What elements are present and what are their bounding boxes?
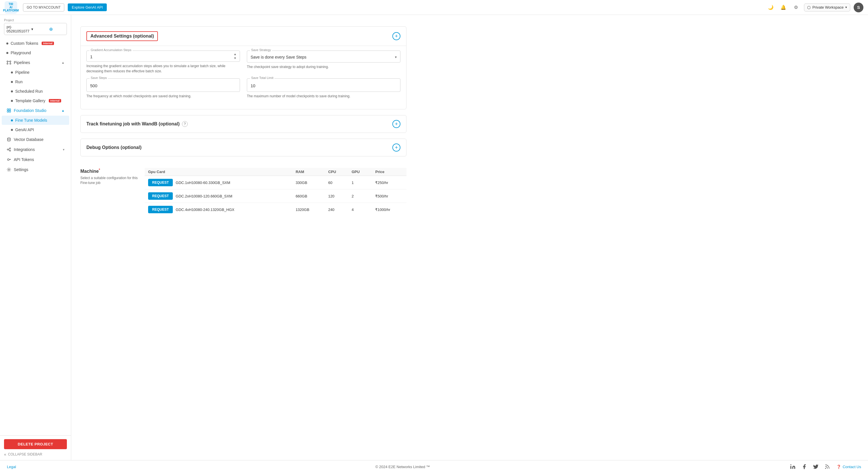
save-total-limit-description: The maximum number of model checkpoints … xyxy=(247,94,400,99)
gpu-cell: 2 xyxy=(348,189,372,203)
debug-options-expand-icon[interactable]: + xyxy=(392,144,400,152)
sidebar-item-playground[interactable]: Playground xyxy=(2,48,69,57)
main-content: Advanced Settings (optional) + Gradient … xyxy=(71,15,868,460)
price-cell: ₹1000/hr xyxy=(372,203,406,216)
footer-social-icons xyxy=(789,463,831,470)
wandb-expand-icon[interactable]: + xyxy=(392,120,400,128)
delete-project-button[interactable]: DELETE PROJECT xyxy=(4,439,67,449)
sidebar-item-label: Integrations xyxy=(14,147,61,152)
stepper-down-button[interactable]: ▼ xyxy=(233,57,237,60)
machine-title: Machine* xyxy=(81,168,138,174)
sidebar-item-settings[interactable]: Settings xyxy=(2,165,69,175)
project-select[interactable]: prj-05281051077 ▾ ⊕ xyxy=(4,23,67,35)
advanced-settings-body: Gradient Accumulation Steps 1 ▲ ▼ Increa… xyxy=(81,45,406,109)
sidebar-item-integrations[interactable]: Integrations ▾ xyxy=(2,145,69,154)
debug-options-header[interactable]: Debug Options (optional) + xyxy=(81,139,406,156)
sidebar-item-label: Playground xyxy=(11,51,31,55)
chevron-up-icon: ▲ xyxy=(61,109,65,112)
sidebar-item-run[interactable]: Run xyxy=(2,77,69,86)
save-strategy-label: Save Strategy xyxy=(250,48,272,52)
sidebar-item-custom-tokens[interactable]: Custom Tokens Internal xyxy=(2,39,69,48)
svg-point-12 xyxy=(7,149,8,150)
nav-dot-icon xyxy=(11,90,13,92)
form-row-2: Save Steps 500 The frequency at which mo… xyxy=(86,78,400,99)
svg-point-14 xyxy=(9,150,11,151)
help-circle-icon: ❓ xyxy=(836,465,841,469)
form-row-1: Gradient Accumulation Steps 1 ▲ ▼ Increa… xyxy=(86,51,400,74)
table-row: REQUEST GDC.2xH10080-120.660GB_SXM 660GB… xyxy=(145,189,406,203)
pipelines-icon xyxy=(6,60,11,65)
workspace-selector[interactable]: ⬡ Private Workspace ▾ xyxy=(804,3,850,11)
sidebar-item-label: Custom Tokens xyxy=(11,41,38,45)
nav-dot-icon xyxy=(11,119,13,121)
sidebar-item-genai-api[interactable]: GenAI API xyxy=(2,125,69,134)
gpu-cell: 1 xyxy=(348,176,372,189)
contact-us-link[interactable]: ❓ Contact Us xyxy=(836,465,861,469)
request-button-2[interactable]: REQUEST xyxy=(148,192,173,200)
gpu-card-wrapper: REQUEST GDC.2xH10080-120.660GB_SXM xyxy=(148,192,289,200)
dark-mode-icon[interactable]: 🌙 xyxy=(766,3,775,12)
request-button-3[interactable]: REQUEST xyxy=(148,206,173,213)
save-strategy-value: Save is done every Save Steps xyxy=(251,55,307,59)
gradient-steps-input[interactable]: 1 xyxy=(89,52,233,60)
api-tokens-icon xyxy=(6,157,11,162)
stepper-up-button[interactable]: ▲ xyxy=(233,53,237,56)
twitter-icon[interactable] xyxy=(812,463,819,470)
logo-box: TIRAI PLATFORM xyxy=(5,1,17,14)
project-add-icon[interactable]: ⊕ xyxy=(49,26,64,32)
machine-subtitle: Select a suitable configuration for this… xyxy=(81,176,138,185)
sidebar-item-template-gallery[interactable]: Template Gallery Internal xyxy=(2,96,69,105)
wandb-header[interactable]: Track finetuning job with WandB (optiona… xyxy=(81,115,406,133)
machine-section: Machine* Select a suitable configuration… xyxy=(81,162,406,219)
facebook-icon[interactable] xyxy=(801,463,808,470)
wandb-help-icon[interactable]: ? xyxy=(182,121,188,127)
gradient-steps-field: Gradient Accumulation Steps 1 ▲ ▼ xyxy=(86,51,240,62)
sidebar-item-pipelines[interactable]: Pipelines ▲ xyxy=(2,58,69,67)
save-steps-input[interactable]: 500 xyxy=(89,80,237,90)
avatar[interactable]: S xyxy=(854,3,863,12)
svg-point-1 xyxy=(10,61,11,62)
gradient-stepper-wrapper: 1 ▲ ▼ xyxy=(89,52,237,60)
logo: TIRAI PLATFORM xyxy=(5,1,17,14)
svg-point-22 xyxy=(790,464,791,465)
sidebar-item-fine-tune-models[interactable]: Fine Tune Models xyxy=(2,116,69,125)
debug-options-card: Debug Options (optional) + xyxy=(81,138,406,156)
chevron-up-icon: ▲ xyxy=(61,61,65,64)
sidebar-item-pipeline[interactable]: Pipeline xyxy=(2,68,69,77)
save-total-limit-input[interactable]: 10 xyxy=(249,80,398,90)
go-to-myaccount-button[interactable]: GO TO MYACCOUNT xyxy=(23,3,64,11)
wandb-title-wrapper: Track finetuning job with WandB (optiona… xyxy=(86,121,188,127)
sidebar-item-label: Vector Database xyxy=(14,137,65,142)
sidebar-item-scheduled-run[interactable]: Scheduled Run xyxy=(2,87,69,96)
footer-legal[interactable]: Legal xyxy=(7,465,16,469)
collapse-sidebar-button[interactable]: « COLLAPSE SIDEBAR xyxy=(4,449,67,456)
gpu-header: GPU xyxy=(348,168,372,176)
ram-cell: 330GB xyxy=(292,176,325,189)
gpu-card-value: GDC.4xH10080-240.1320GB_HGX xyxy=(176,208,235,212)
project-label: Project xyxy=(4,19,67,22)
advanced-settings-expand-icon[interactable]: + xyxy=(392,32,400,40)
machine-label-col: Machine* Select a suitable configuration… xyxy=(81,168,138,216)
explore-genai-button[interactable]: Explore GenAI API xyxy=(68,3,107,11)
save-steps-label: Save Steps xyxy=(90,76,108,80)
footer-copyright: © 2024 E2E Networks Limited ™ xyxy=(375,465,430,469)
machine-table: Gpu Card RAM CPU GPU Price xyxy=(145,168,406,216)
linkedin-icon[interactable] xyxy=(789,463,796,470)
svg-point-21 xyxy=(8,169,10,170)
save-strategy-select[interactable]: Save Strategy Save is done every Save St… xyxy=(247,51,400,63)
ram-cell: 1320GB xyxy=(292,203,325,216)
sidebar-item-vector-database[interactable]: Vector Database xyxy=(2,135,69,145)
rss-icon[interactable] xyxy=(824,463,831,470)
sidebar-item-api-tokens[interactable]: API Tokens xyxy=(2,155,69,164)
save-total-limit-label: Save Total Limit xyxy=(250,76,274,80)
advanced-settings-header[interactable]: Advanced Settings (optional) + xyxy=(81,27,406,45)
request-button-1[interactable]: REQUEST xyxy=(148,179,173,186)
content-inner: Advanced Settings (optional) + Gradient … xyxy=(71,15,415,225)
svg-point-13 xyxy=(9,148,11,149)
settings-icon[interactable]: ⚙ xyxy=(792,3,801,12)
sidebar-item-foundation-studio[interactable]: Foundation Studio ▲ xyxy=(2,106,69,115)
svg-point-11 xyxy=(7,138,10,139)
gpu-card-wrapper: REQUEST GDC.1xH10080-60.330GB_SXM xyxy=(148,179,289,186)
notifications-icon[interactable]: 🔔 xyxy=(779,3,788,12)
nav-dot-icon xyxy=(11,81,13,83)
